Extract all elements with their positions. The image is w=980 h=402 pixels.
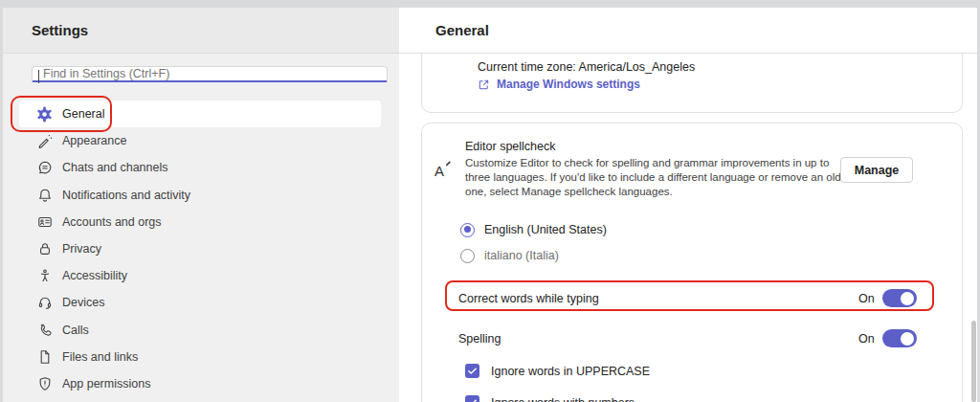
sidebar-item-label: Chats and channels	[62, 161, 168, 174]
gear-icon	[36, 106, 53, 123]
search-input[interactable]	[32, 66, 388, 82]
external-link-icon	[478, 78, 490, 91]
checkbox-ignore-words-with-numbers[interactable]: Ignore words with numbers	[465, 395, 635, 402]
sidebar-item-label: Privacy	[62, 242, 101, 256]
bell-icon	[36, 188, 53, 204]
id-card-icon	[36, 214, 53, 231]
checkbox-ignore-uppercase[interactable]: Ignore words in UPPERCASE	[465, 364, 650, 378]
correct-words-toggle[interactable]	[882, 289, 917, 307]
spellcheck-card: A Editor spellcheck Customize Editor to …	[421, 123, 963, 402]
shield-icon	[36, 376, 53, 392]
wand-icon	[36, 133, 53, 149]
checkbox-checked-icon	[465, 364, 479, 378]
sidebar-item-accessibility[interactable]: Accessibility	[19, 262, 381, 289]
sidebar-item-label: Accounts and orgs	[62, 215, 162, 229]
page-title: General	[435, 22, 489, 38]
spellcheck-icon: A	[434, 159, 455, 184]
sidebar-item-label: Notifications and activity	[62, 189, 190, 202]
correct-words-state: On	[858, 292, 875, 305]
checkbox-checked-icon	[465, 395, 479, 402]
headset-icon	[36, 295, 53, 311]
sidebar-item-label: Files and links	[62, 350, 138, 364]
link-label: Manage Windows settings	[497, 78, 640, 91]
spellcheck-title: Editor spellcheck	[465, 140, 556, 153]
spelling-toggle[interactable]	[882, 329, 917, 347]
general-settings-panel: General Current time zone: America/Los_A…	[399, 8, 977, 402]
sidebar-item-chats-and-channels[interactable]: Chats and channels	[19, 154, 381, 181]
document-icon	[36, 349, 53, 366]
sidebar-item-app-permissions[interactable]: App permissions	[19, 370, 381, 397]
sidebar-item-label: Calls	[62, 324, 89, 337]
sidebar-item-notifications[interactable]: Notifications and activity	[19, 182, 381, 209]
accessibility-icon	[36, 268, 53, 284]
settings-window: Settings General Appearance Chats and ch…	[0, 0, 980, 402]
sidebar-item-devices[interactable]: Devices	[19, 289, 381, 316]
panel-header: General	[399, 8, 977, 54]
sidebar-item-accounts-and-orgs[interactable]: Accounts and orgs	[19, 209, 381, 235]
radio-label: italiano (Italia)	[484, 249, 559, 262]
sidebar-item-calls[interactable]: Calls	[19, 317, 381, 344]
sidebar-item-label: App permissions	[62, 377, 150, 391]
lock-icon	[36, 241, 53, 257]
sidebar-item-label: Devices	[62, 296, 104, 309]
manage-button[interactable]: Manage	[840, 157, 913, 183]
phone-icon	[36, 323, 53, 339]
sidebar-header: Settings	[3, 8, 399, 54]
sidebar-item-privacy[interactable]: Privacy	[19, 235, 381, 262]
sidebar-item-label: Appearance	[62, 134, 126, 147]
vertical-scrollbar-thumb[interactable]	[971, 321, 976, 402]
sidebar-item-general[interactable]: General	[19, 100, 381, 127]
chat-bubble-icon	[36, 160, 53, 176]
radio-english-united-states[interactable]: English (United States)	[460, 221, 607, 238]
search-box	[32, 64, 388, 89]
sidebar-item-label: Accessibility	[62, 269, 127, 282]
radio-selected-icon	[460, 223, 475, 237]
radio-italiano-italia[interactable]: italiano (Italia)	[460, 247, 559, 264]
sidebar-title: Settings	[32, 22, 88, 38]
text-caret	[38, 70, 39, 83]
spelling-label: Spelling	[458, 332, 501, 346]
checkbox-label: Ignore words in UPPERCASE	[491, 365, 650, 378]
sidebar-item-appearance[interactable]: Appearance	[19, 127, 381, 154]
radio-label: English (United States)	[484, 223, 607, 236]
manage-windows-settings-link[interactable]: Manage Windows settings	[478, 78, 962, 91]
correct-words-label: Correct words while typing	[458, 292, 599, 305]
timezone-card: Current time zone: America/Los_Angeles M…	[421, 54, 963, 113]
checkbox-label: Ignore words with numbers	[491, 396, 635, 402]
settings-sidebar: Settings General Appearance Chats and ch…	[3, 8, 399, 402]
spellcheck-description: Customize Editor to check for spelling a…	[465, 156, 844, 199]
spelling-state: On	[858, 332, 875, 346]
radio-unselected-icon	[460, 249, 475, 263]
svg-text:A: A	[434, 163, 444, 179]
current-timezone-text: Current time zone: America/Los_Angeles	[478, 60, 962, 74]
sidebar-item-label: General	[62, 107, 104, 121]
sidebar-item-files-and-links[interactable]: Files and links	[19, 344, 381, 370]
